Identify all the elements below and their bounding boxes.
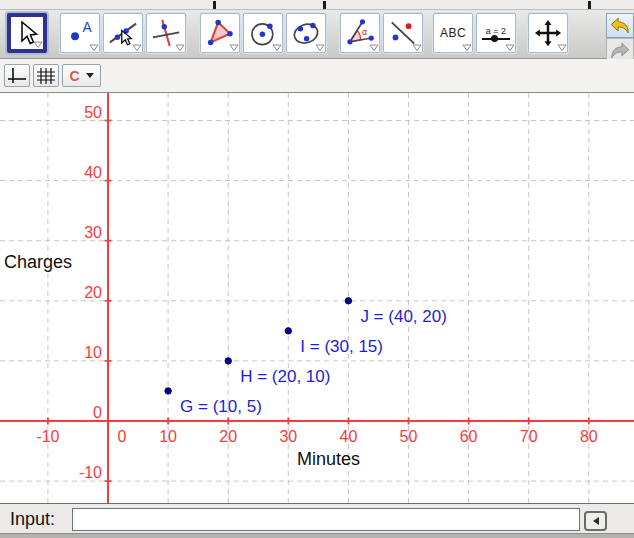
menubar-remnant [0, 0, 634, 10]
dropdown-arrow-icon [33, 41, 43, 49]
y-axis-title: Charges [4, 252, 72, 273]
svg-text:α: α [362, 27, 367, 37]
x-tick-label: 80 [580, 428, 598, 445]
dropdown-arrow-icon [315, 44, 325, 52]
point-label-G: G = (10, 5) [180, 397, 262, 416]
toggle-axes-button[interactable] [4, 64, 30, 87]
tool-line-button[interactable] [103, 13, 143, 53]
tool-move-button[interactable] [7, 13, 47, 53]
dropdown-arrow-icon [272, 44, 282, 52]
toggle-grid-button[interactable] [33, 64, 59, 87]
x-axis-title: Minutes [297, 449, 360, 470]
point-label-I: I = (30, 15) [300, 337, 383, 356]
dropdown-arrow-icon [412, 44, 422, 52]
dropdown-arrow-icon [132, 44, 142, 52]
tool-move-view-button[interactable] [528, 13, 568, 53]
tool-special-lines-button[interactable] [146, 13, 186, 53]
left-triangle-icon [593, 517, 599, 525]
data-point-G[interactable] [165, 388, 171, 394]
y-tick-label: 20 [84, 284, 102, 301]
point-capturing-label: C [69, 68, 79, 84]
y-tick-label: 10 [84, 344, 102, 361]
text-tool-label: ABC [440, 26, 466, 40]
dropdown-arrow-icon [462, 44, 472, 52]
dropdown-arrow-icon [557, 44, 567, 52]
tool-polygon-button[interactable] [200, 13, 240, 53]
svg-text:A: A [83, 20, 93, 35]
plot-canvas: -1001020304050607080-1001020304050G = (1… [0, 93, 634, 503]
redo-icon [609, 41, 631, 61]
tool-slider-button[interactable]: a = 2 [476, 13, 516, 53]
window-bottom-edge [0, 533, 634, 538]
toolbar: A [0, 10, 634, 59]
y-tick-label: 40 [84, 164, 102, 181]
x-tick-label: 20 [219, 428, 237, 445]
dropdown-arrow-icon [229, 44, 239, 52]
tool-angle-button[interactable]: α [340, 13, 380, 53]
input-bar: Input: [0, 503, 634, 533]
undo-icon [609, 16, 631, 36]
menu-text-remnant [213, 1, 216, 9]
x-tick-label: 30 [279, 428, 297, 445]
chevron-down-icon [86, 73, 94, 78]
input-field[interactable] [72, 508, 580, 531]
axes-icon [7, 67, 27, 85]
tool-mirror-button[interactable] [383, 13, 423, 53]
input-label: Input: [10, 509, 55, 530]
menu-text-remnant [323, 1, 326, 9]
dropdown-arrow-icon [175, 44, 185, 52]
graphics-view[interactable]: -1001020304050607080-1001020304050G = (1… [0, 93, 634, 503]
x-tick-label: 10 [159, 428, 177, 445]
tool-ellipse-button[interactable] [286, 13, 326, 53]
undo-button[interactable] [606, 13, 634, 38]
slider-icon: a = 2 [481, 26, 511, 40]
y-tick-label: 30 [84, 224, 102, 241]
x-tick-label: 70 [520, 428, 538, 445]
menu-text-remnant [588, 1, 591, 9]
data-point-I[interactable] [285, 328, 291, 334]
y-tick-label: 50 [84, 104, 102, 121]
tool-circle-button[interactable] [243, 13, 283, 53]
grid-icon [37, 68, 55, 84]
data-point-J[interactable] [345, 298, 351, 304]
y-tick-label: -10 [79, 464, 102, 481]
x-tick-label: 50 [400, 428, 418, 445]
x-tick-label: 40 [340, 428, 358, 445]
point-label-J: J = (40, 20) [360, 307, 446, 326]
dropdown-arrow-icon [89, 44, 99, 52]
y-tick-label: 0 [93, 404, 102, 421]
x-tick-label: -10 [36, 428, 59, 445]
dropdown-arrow-icon [505, 44, 515, 52]
undo-redo-group [606, 13, 634, 63]
x-tick-label: 0 [118, 428, 127, 445]
data-point-H[interactable] [225, 358, 231, 364]
input-help-button[interactable] [584, 511, 607, 531]
dropdown-arrow-icon [369, 44, 379, 52]
tool-point-button[interactable]: A [60, 13, 100, 53]
tool-text-button[interactable]: ABC [433, 13, 473, 53]
point-capturing-dropdown[interactable]: C [62, 64, 101, 87]
stylebar: C [0, 59, 634, 93]
point-label-H: H = (20, 10) [240, 367, 330, 386]
x-tick-label: 60 [460, 428, 478, 445]
